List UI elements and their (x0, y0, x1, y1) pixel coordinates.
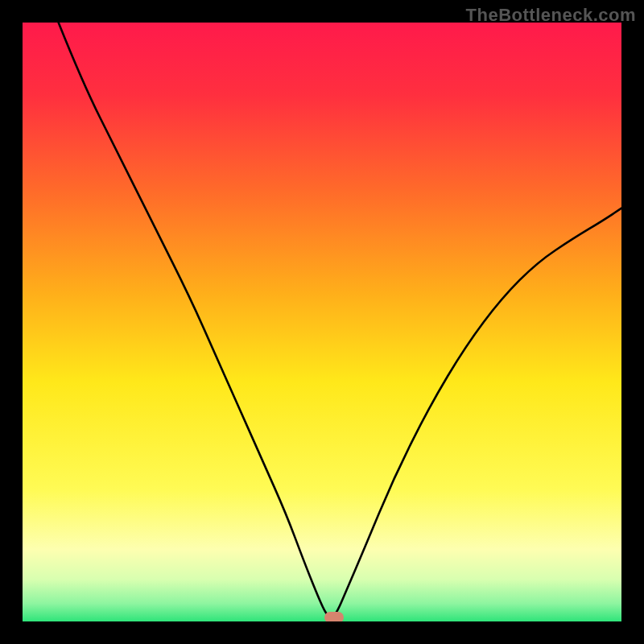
chart-frame: TheBottleneck.com (0, 0, 644, 644)
bottleneck-marker (324, 612, 344, 621)
plot-area (23, 23, 621, 621)
watermark-text: TheBottleneck.com (466, 5, 636, 26)
curve-line (23, 23, 621, 621)
